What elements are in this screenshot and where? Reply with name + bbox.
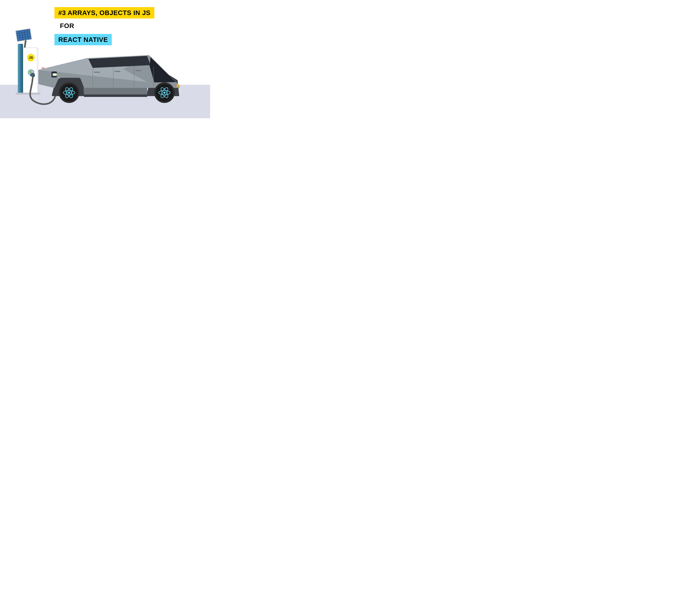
- svg-marker-4: [84, 94, 147, 97]
- front-marker-light: [42, 68, 44, 68]
- svg-point-21: [163, 92, 165, 94]
- svg-rect-14: [115, 71, 120, 72]
- title-line-1: #3 ARRAYS, OBJECTS IN JS: [54, 7, 154, 19]
- car-charge-plug: [52, 73, 58, 78]
- title-block: #3 ARRAYS, OBJECTS IN JS FOR REACT NATIV…: [54, 7, 154, 45]
- svg-point-24: [160, 87, 169, 99]
- rear-wheel: [154, 82, 175, 103]
- svg-point-22: [159, 90, 170, 95]
- svg-rect-15: [135, 70, 141, 71]
- js-logo-text: JS: [29, 56, 33, 60]
- charger-post: [18, 44, 23, 93]
- svg-point-19: [64, 87, 74, 99]
- charger-base: [16, 93, 41, 94]
- title-line-3: REACT NATIVE: [54, 34, 112, 45]
- front-wheel: [59, 82, 79, 103]
- cybertruck-car: [38, 53, 182, 110]
- js-logo-icon: JS: [27, 54, 35, 62]
- svg-marker-3: [84, 88, 147, 94]
- react-logo-icon: [63, 87, 75, 99]
- svg-point-18: [63, 90, 75, 95]
- react-logo-icon: [158, 87, 170, 99]
- charger-plug-socket: [28, 69, 34, 75]
- svg-rect-13: [94, 72, 100, 73]
- title-line-2: FOR: [56, 21, 154, 31]
- svg-point-23: [160, 87, 169, 99]
- svg-point-17: [68, 92, 70, 94]
- solar-panel: [15, 28, 32, 42]
- charging-station: JS: [17, 31, 40, 94]
- tail-light: [177, 84, 179, 87]
- svg-point-20: [64, 87, 74, 99]
